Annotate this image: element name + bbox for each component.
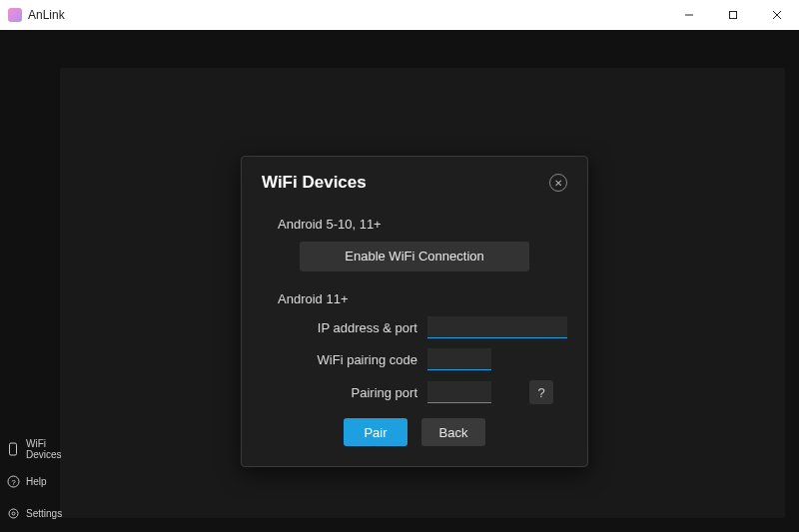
titlebar: AnLink — [0, 0, 799, 30]
help-icon: ? — [6, 474, 20, 488]
sidebar-item-label: Help — [26, 476, 47, 487]
maximize-icon — [728, 10, 738, 20]
sidebar-item-settings[interactable]: Settings — [6, 500, 60, 526]
minimize-button[interactable] — [667, 0, 711, 30]
section-label-android-5-10: Android 5-10, 11+ — [278, 217, 567, 232]
dialog-title: WiFi Devices — [262, 173, 367, 193]
close-window-button[interactable] — [755, 0, 799, 30]
wifi-pairing-code-label: WiFi pairing code — [278, 352, 427, 367]
gear-icon — [6, 506, 20, 520]
help-icon: ? — [537, 385, 544, 400]
svg-rect-4 — [10, 443, 17, 455]
pairing-help-button[interactable]: ? — [529, 380, 553, 404]
app-body: ? ↻ WiFi Devices ? Help Settings — [0, 30, 799, 532]
dialog-close-button[interactable]: ✕ — [549, 174, 567, 192]
back-button[interactable]: Back — [421, 418, 485, 446]
svg-point-7 — [9, 509, 18, 518]
close-icon — [772, 10, 782, 20]
pair-button[interactable]: Pair — [344, 418, 407, 446]
sidebar: WiFi Devices ? Help Settings — [0, 436, 60, 526]
wifi-devices-dialog: WiFi Devices ✕ Android 5-10, 11+ Enable … — [241, 156, 588, 467]
app-icon — [8, 8, 22, 22]
phone-icon — [6, 442, 20, 456]
close-icon: ✕ — [554, 178, 562, 189]
wifi-pairing-code-input[interactable] — [427, 348, 491, 370]
pairing-port-input[interactable] — [427, 381, 491, 403]
sidebar-item-wifi-devices[interactable]: WiFi Devices — [6, 436, 60, 462]
svg-point-8 — [12, 512, 15, 515]
ip-address-port-label: IP address & port — [278, 320, 427, 335]
section-label-android-11: Android 11+ — [278, 291, 567, 306]
svg-text:?: ? — [11, 477, 16, 486]
window-controls — [667, 0, 799, 30]
sidebar-item-help[interactable]: ? Help — [6, 468, 60, 494]
pairing-port-label: Pairing port — [278, 385, 427, 400]
maximize-button[interactable] — [711, 0, 755, 30]
window-title: AnLink — [28, 8, 65, 22]
enable-wifi-connection-button[interactable]: Enable WiFi Connection — [300, 242, 529, 271]
ip-address-port-input[interactable] — [427, 316, 567, 338]
sidebar-item-label: Settings — [26, 508, 62, 519]
svg-rect-1 — [730, 12, 737, 19]
sidebar-item-label: WiFi Devices — [26, 438, 62, 460]
minimize-icon — [684, 10, 694, 20]
